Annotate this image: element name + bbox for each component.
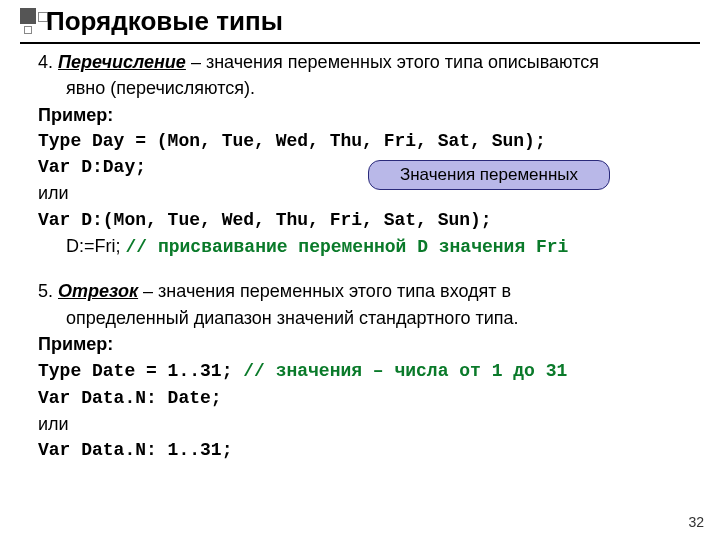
sec4-line2: явно (перечисляются). [38, 76, 698, 100]
content-block: 4. Перечисление – значения переменных эт… [38, 50, 698, 464]
sec5-or: или [38, 412, 698, 436]
sec4-example-label: Пример: [38, 103, 698, 127]
sec4-assign-prefix: D:=Fri; [66, 236, 126, 256]
sec4-code3: Var D:(Mon, Tue, Wed, Thu, Fri, Sat, Sun… [38, 208, 698, 232]
sec4-line1: 4. Перечисление – значения переменных эт… [38, 50, 698, 74]
sec5-desc1: значения переменных этого типа входят в [158, 281, 511, 301]
sec4-assign-comment: // присваивание переменной D значения Fr… [126, 237, 569, 257]
sec5-code1a: Type Date = 1..31; [38, 361, 243, 381]
sec5-example-label: Пример: [38, 332, 698, 356]
page-number: 32 [688, 514, 704, 530]
sec4-assign: D:=Fri; // присваивание переменной D зна… [38, 234, 698, 259]
callout-box: Значения переменных [368, 160, 610, 190]
title-rule [20, 42, 700, 44]
sec5-code1b: // значения – числа от 1 до 31 [243, 361, 567, 381]
sec5-line2: определенный диапазон значений стандартн… [38, 306, 698, 330]
sec5-code2: Var Data.N: Date; [38, 386, 698, 410]
sec4-code1: Type Day = (Mon, Tue, Wed, Thu, Fri, Sat… [38, 129, 698, 153]
sec5-num: 5. [38, 281, 58, 301]
sec4-dash: – [186, 52, 206, 72]
sec5-term: Отрезок [58, 281, 138, 301]
sec4-desc1: значения переменных этого типа описывают… [206, 52, 599, 72]
sec5-dash: – [138, 281, 158, 301]
sec5-code1: Type Date = 1..31; // значения – числа о… [38, 358, 698, 383]
sec5-line1: 5. Отрезок – значения переменных этого т… [38, 279, 698, 303]
sec4-num: 4. [38, 52, 58, 72]
sec5-code3: Var Data.N: 1..31; [38, 438, 698, 462]
sec4-term: Перечисление [58, 52, 186, 72]
page-title: Порядковые типы [46, 6, 283, 37]
section-gap [38, 261, 698, 279]
